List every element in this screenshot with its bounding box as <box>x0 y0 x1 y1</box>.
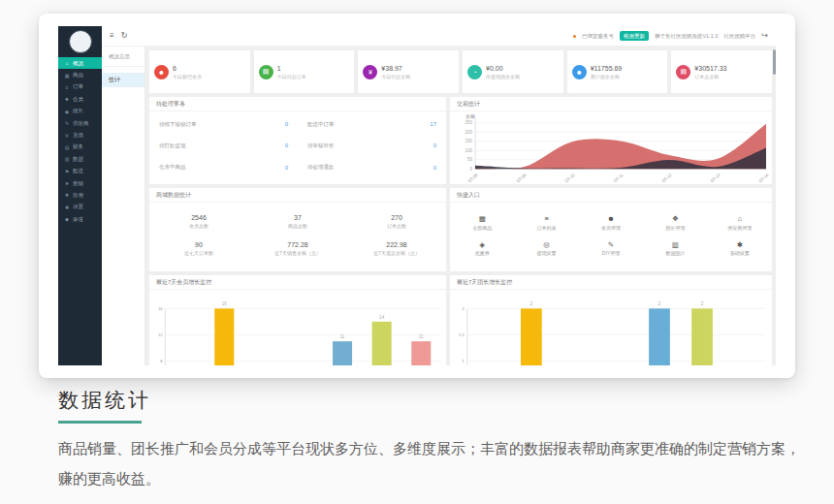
sub-sidebar-header: 概况总览 <box>102 47 144 67</box>
mall-stat-cell: 222.98近7天退款金额（元） <box>347 241 446 256</box>
mall-stat-cell: 772.28近7天销售金额（元） <box>248 241 347 256</box>
title-underline <box>58 421 142 424</box>
sidebar-item-delivery[interactable]: ⚑配送 <box>58 166 102 177</box>
member-growth-bar-chart: 0481216503-081603-09103-1003-111103-1214… <box>149 290 446 365</box>
quick-entry-withdraw-settings[interactable]: ◎提现设置 <box>514 241 578 257</box>
todo-item-label: 仓库中商品 <box>159 164 186 171</box>
todo-item-count[interactable]: 0 <box>285 121 288 127</box>
sidebar-item-marketing[interactable]: ★营销 <box>58 177 102 189</box>
quick-entry-coupon[interactable]: ◈优惠券 <box>450 241 514 257</box>
sidebar-item-apps[interactable]: ❖应用 <box>58 189 102 201</box>
stat-card-text: ¥11755.69累计佣金金额 <box>591 64 623 79</box>
stat-card-value: ¥30517.33 <box>694 64 726 74</box>
mall-stats-panel: 商城数据统计 2546会员总数37商品总数270订单总数90近七天订单数772.… <box>149 188 446 271</box>
scrollbar <box>772 47 776 365</box>
svg-text:50: 50 <box>467 157 473 162</box>
settings-icon: ✱ <box>64 205 70 210</box>
quick-entry-label: 会员管理 <box>579 225 643 231</box>
mall-stat-label: 近7天销售金额（元） <box>248 250 347 256</box>
stat-card-text: 1今日付款订单 <box>277 64 306 79</box>
sidebar-item-label: 订单 <box>73 83 83 90</box>
stat-card-label: 今日付款金额 <box>381 74 410 79</box>
todo-item: 配送中订单17 <box>307 121 436 128</box>
quick-entry-label: 订单列表 <box>514 225 578 231</box>
svg-text:2: 2 <box>658 301 661 306</box>
sidebar-item-suppliers[interactable]: ✎供应商 <box>58 117 102 129</box>
sidebar: ⌂概况▦商品≡订单☻会员◉团长✎供应商¥充值▤财务▥数据⚑配送★营销❖应用✱设置… <box>58 26 102 365</box>
svg-text:金额: 金额 <box>465 113 475 119</box>
sidebar-item-leaders[interactable]: ◉团长 <box>58 106 102 117</box>
dashboard-screenshot: ⌂概况▦商品≡订单☻会员◉团长✎供应商¥充值▤财务▥数据⚑配送★营销❖应用✱设置… <box>39 14 795 378</box>
logout-icon[interactable]: ↪ <box>761 32 768 40</box>
stat-card-label: 订单总金额 <box>694 74 726 79</box>
quick-entry-diy-manage[interactable]: ✎DIY管理 <box>579 241 643 257</box>
stat-card-text: ¥38.97今日付款金额 <box>381 64 410 79</box>
stat-card-new-members: ☻6今日新增会员 <box>149 50 250 93</box>
sidebar-item-data[interactable]: ▥数据 <box>58 153 102 165</box>
stat-card-value: ¥0.00 <box>486 64 520 74</box>
svg-text:03-08: 03-08 <box>467 173 479 183</box>
bound-account-text: 已绑定服务号 <box>582 33 614 40</box>
stat-card-value: 1 <box>277 64 306 74</box>
menu-toggle-icon[interactable]: ≡ <box>110 32 114 40</box>
dashboard-body: 概况总览 统计 ☻6今日新增会员▤1今日付款订单¥¥38.97今日付款金额◔¥0… <box>102 47 776 365</box>
refresh-icon[interactable]: ↻ <box>121 32 128 40</box>
sidebar-item-orders[interactable]: ≡订单 <box>58 81 102 93</box>
todo-item-count[interactable]: 0 <box>285 142 288 148</box>
sidebar-item-members[interactable]: ☻会员 <box>58 93 102 105</box>
quick-entry-leader-manage[interactable]: ❖团长管理 <box>643 215 707 231</box>
svg-text:03-14: 03-14 <box>758 173 770 183</box>
quick-entry-order-list[interactable]: ≡订单列表 <box>514 215 578 231</box>
supplier-manage-icon: ⌂ <box>708 215 772 223</box>
sidebar-item-channel[interactable]: ◆渠道 <box>58 213 102 225</box>
sidebar-item-label: 充值 <box>73 132 83 139</box>
stat-cards-row: ☻6今日新增会员▤1今日付款订单¥¥38.97今日付款金额◔¥0.00待提现佣金… <box>149 50 772 93</box>
overview-icon: ⌂ <box>64 60 70 66</box>
sidebar-item-goods[interactable]: ▦商品 <box>58 69 102 80</box>
todo-item-count[interactable]: 0 <box>433 142 436 148</box>
stat-card-text: ¥0.00待提现佣金金额 <box>486 64 520 79</box>
platform-link[interactable]: 社区团购平台 <box>723 33 755 40</box>
mall-stat-value: 37 <box>248 214 347 221</box>
sidebar-item-label: 设置 <box>73 204 83 210</box>
svg-text:2: 2 <box>462 306 465 311</box>
todo-item-count[interactable]: 0 <box>433 165 436 171</box>
todo-item-label: 待打款提现 <box>159 142 186 149</box>
mall-stat-label: 近7天退款金额（元） <box>347 250 446 256</box>
sidebar-item-label: 供应商 <box>73 120 89 127</box>
mall-panel-title: 商城数据统计 <box>149 188 446 203</box>
check-update-button[interactable]: 检测更新 <box>620 31 649 41</box>
stat-card-pending-withdraw: ◔¥0.00待提现佣金金额 <box>463 50 563 93</box>
stat-card-text: 6今日新增会员 <box>173 64 202 79</box>
sidebar-item-overview[interactable]: ⌂概况 <box>58 57 102 69</box>
sub-sidebar-item-stats[interactable]: 统计 <box>102 73 144 87</box>
leader-manage-icon: ❖ <box>643 215 707 223</box>
order-total-icon: ▤ <box>676 65 690 79</box>
sidebar-item-finance[interactable]: ▤财务 <box>58 142 102 153</box>
stat-card-value: ¥11755.69 <box>591 64 623 74</box>
stat-card-label: 今日付款订单 <box>277 74 306 79</box>
sidebar-item-label: 营销 <box>73 180 83 187</box>
quick-entry-base-settings[interactable]: ✱基础设置 <box>708 241 772 257</box>
scrollbar-thumb[interactable] <box>773 49 776 75</box>
quick-entry-data-stats[interactable]: ▥数据统计 <box>643 241 707 257</box>
svg-text:16: 16 <box>158 306 163 311</box>
quick-entry-label: 供应商管理 <box>708 225 772 231</box>
channel-icon: ◆ <box>64 216 70 222</box>
todo-item-count[interactable]: 0 <box>285 165 288 171</box>
quick-entry-label: 基础设置 <box>708 250 772 256</box>
stat-card-value: ¥38.97 <box>381 64 410 74</box>
quick-entry-label: 优惠券 <box>450 250 514 256</box>
paid-amount-icon: ¥ <box>363 65 377 79</box>
quick-entry-supplier-manage[interactable]: ⌂供应商管理 <box>708 215 772 231</box>
version-text: 狮子鱼社区团购系统V1.1.3 <box>655 33 718 40</box>
todo-item-count[interactable]: 17 <box>430 121 436 127</box>
sidebar-menu: ⌂概况▦商品≡订单☻会员◉团长✎供应商¥充值▤财务▥数据⚑配送★营销❖应用✱设置… <box>58 57 102 225</box>
quick-entry-member-manage[interactable]: ☻会员管理 <box>579 215 643 231</box>
sidebar-item-label: 商品 <box>73 72 83 79</box>
sidebar-item-recharge[interactable]: ¥充值 <box>58 129 102 141</box>
trade-area-chart: 050100150200250金额03-0803-0903-1003-1103-… <box>450 111 772 184</box>
sidebar-item-settings[interactable]: ✱设置 <box>58 202 102 213</box>
quick-entry-all-goods[interactable]: ▦全部商品 <box>450 215 514 231</box>
svg-text:03-10: 03-10 <box>564 173 576 183</box>
